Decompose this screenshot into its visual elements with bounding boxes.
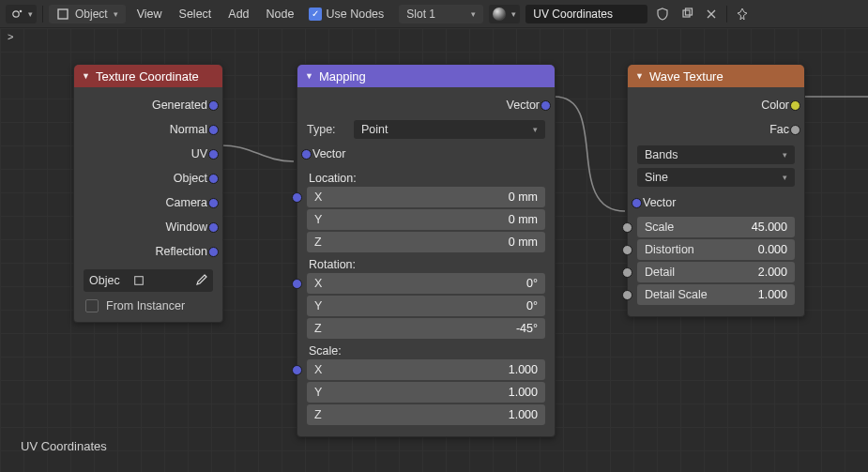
breadcrumb[interactable]: >: [4, 28, 17, 45]
menu-view[interactable]: View: [131, 8, 168, 21]
socket-in-scale[interactable]: [292, 365, 302, 375]
detail-field[interactable]: Detail2.000: [637, 262, 795, 282]
svg-point-0: [13, 10, 19, 16]
menu-node[interactable]: Node: [261, 8, 300, 21]
header-bar: ▾ Object ▾ View Select Add Node ✓ Use No…: [0, 0, 868, 28]
output-vector: Vector: [507, 99, 540, 112]
socket-in-vector[interactable]: [632, 198, 642, 208]
node-title: Mapping: [319, 69, 366, 84]
close-icon: [706, 8, 717, 20]
wave-type-select[interactable]: Bands▾: [637, 145, 795, 164]
output-object: Object: [174, 172, 207, 185]
socket-in-detail-scale[interactable]: [622, 290, 632, 300]
from-instancer-label: From Instancer: [106, 299, 185, 312]
material-sphere-icon: [493, 8, 506, 21]
socket-out-camera[interactable]: [208, 198, 219, 208]
wave-profile-select[interactable]: Sine▾: [637, 168, 795, 187]
scale-z-field[interactable]: Z1.000: [307, 404, 545, 425]
scale-y-field[interactable]: Y1.000: [307, 382, 545, 403]
status-label: UV Coordinates: [21, 439, 107, 453]
node-title: Wave Texture: [649, 69, 723, 84]
detail-scale-field[interactable]: Detail Scale1.000: [637, 284, 795, 305]
object-picker-field[interactable]: Objec: [84, 269, 213, 292]
socket-in-scale[interactable]: [622, 222, 632, 233]
pin-button[interactable]: [733, 5, 752, 23]
use-nodes-label: Use Nodes: [326, 8, 384, 21]
socket-in-detail[interactable]: [622, 267, 632, 278]
collapse-icon: ▼: [305, 71, 313, 81]
socket-in-vector[interactable]: [301, 149, 312, 160]
slot-dropdown[interactable]: Slot 1▾: [399, 5, 483, 23]
output-camera: Camera: [166, 196, 207, 209]
checkbox-icon: [85, 299, 99, 312]
socket-out-color[interactable]: [790, 100, 800, 111]
socket-out-generated[interactable]: [208, 100, 219, 111]
duplicate-material-button[interactable]: [678, 5, 696, 23]
output-color: Color: [761, 99, 789, 112]
eyedropper-icon[interactable]: [194, 274, 207, 287]
object-menu-icon: [133, 275, 145, 286]
location-y-field[interactable]: Y0 mm: [307, 209, 545, 230]
node-wave-texture[interactable]: ▼ Wave Texture Color Fac Bands▾ Sine▾ Ve…: [627, 64, 805, 317]
menu-add[interactable]: Add: [222, 8, 254, 21]
output-generated: Generated: [152, 99, 207, 112]
material-name-text: UV Coordinates: [533, 8, 613, 21]
distortion-field[interactable]: Distortion0.000: [637, 239, 795, 260]
svg-rect-2: [58, 9, 68, 19]
output-normal: Normal: [170, 123, 207, 136]
rotation-label: Rotation:: [309, 258, 545, 271]
scale-field[interactable]: Scale45.000: [637, 217, 795, 237]
output-window: Window: [166, 221, 207, 234]
socket-in-rotation[interactable]: [292, 279, 302, 289]
location-label: Location:: [309, 172, 545, 185]
fake-user-button[interactable]: [653, 5, 672, 23]
svg-rect-5: [135, 277, 144, 285]
input-vector-label: Vector: [643, 196, 676, 209]
node-header[interactable]: ▼ Mapping: [297, 65, 555, 87]
material-name-field[interactable]: UV Coordinates: [525, 5, 647, 23]
node-texture-coordinate[interactable]: ▼ Texture Coordinate Generated Normal UV…: [73, 64, 223, 323]
output-fac: Fac: [769, 123, 789, 136]
location-z-field[interactable]: Z0 mm: [307, 232, 545, 252]
svg-rect-3: [683, 10, 690, 17]
unlink-material-button[interactable]: [702, 5, 721, 23]
node-header[interactable]: ▼ Texture Coordinate: [74, 65, 222, 87]
socket-out-reflection[interactable]: [208, 247, 219, 257]
input-vector-label: Vector: [312, 147, 345, 160]
mode-dropdown[interactable]: Object ▾: [49, 5, 126, 23]
socket-out-fac[interactable]: [790, 125, 800, 135]
node-title: Texture Coordinate: [96, 69, 199, 84]
menu-select[interactable]: Select: [174, 8, 218, 21]
use-nodes-toggle[interactable]: ✓ Use Nodes: [309, 8, 384, 21]
shield-icon: [656, 8, 669, 21]
scale-x-field[interactable]: X1.000: [307, 359, 545, 380]
type-select[interactable]: Point▾: [354, 120, 545, 139]
from-instancer-check[interactable]: From Instancer: [84, 299, 213, 312]
collapse-icon: ▼: [635, 71, 644, 81]
node-mapping[interactable]: ▼ Mapping Vector Type: Point▾ Vector Loc…: [297, 64, 556, 437]
type-label: Type:: [307, 123, 348, 136]
socket-in-location[interactable]: [292, 192, 302, 203]
mode-label: Object: [75, 8, 108, 21]
socket-out-uv[interactable]: [208, 149, 219, 160]
socket-out-window[interactable]: [208, 222, 219, 233]
rotation-x-field[interactable]: X0°: [307, 273, 545, 294]
socket-out-vector[interactable]: [541, 100, 551, 111]
pin-icon: [736, 8, 749, 21]
svg-point-1: [20, 9, 23, 12]
rotation-z-field[interactable]: Z-45°: [307, 318, 545, 339]
output-uv: UV: [191, 147, 207, 160]
collapse-icon: ▼: [82, 71, 90, 81]
pivot-dropdown[interactable]: ▾: [6, 5, 37, 23]
scale-label: Scale:: [309, 344, 545, 358]
socket-out-normal[interactable]: [208, 125, 219, 135]
socket-in-distortion[interactable]: [622, 245, 632, 255]
socket-out-object[interactable]: [208, 174, 219, 184]
orbit-icon: [9, 8, 23, 21]
output-reflection: Reflection: [155, 245, 207, 258]
rotation-y-field[interactable]: Y0°: [307, 296, 545, 316]
svg-rect-4: [686, 8, 693, 15]
node-header[interactable]: ▼ Wave Texture: [628, 65, 804, 87]
material-browse-button[interactable]: ▾: [489, 5, 520, 23]
location-x-field[interactable]: X0 mm: [307, 187, 545, 207]
